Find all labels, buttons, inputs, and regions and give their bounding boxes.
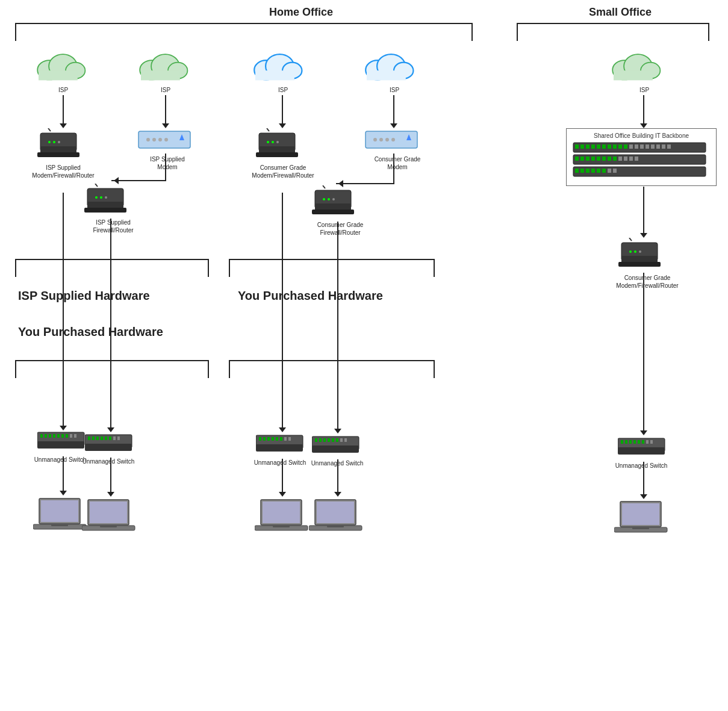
svg-point-164 (639, 250, 641, 253)
svg-line-158 (629, 238, 632, 241)
arrowhead (390, 123, 397, 128)
arrow-v (110, 219, 111, 429)
arrow-v (337, 222, 338, 430)
small-office-label: Small Office (536, 6, 705, 19)
svg-rect-152 (586, 169, 590, 173)
laptop-4 (309, 497, 363, 536)
svg-rect-131 (646, 144, 649, 149)
svg-rect-25 (51, 524, 68, 526)
arrow-v (643, 462, 644, 496)
svg-rect-13 (40, 434, 43, 438)
svg-rect-122 (597, 144, 600, 149)
device-router-1 (37, 128, 86, 161)
svg-rect-123 (602, 144, 606, 149)
svg-rect-60 (255, 70, 294, 80)
arrow-v (643, 187, 644, 235)
svg-line-61 (267, 128, 269, 131)
svg-rect-7 (37, 152, 79, 157)
svg-rect-129 (635, 144, 638, 149)
bracket-bottom (15, 259, 208, 260)
svg-line-36 (95, 184, 98, 187)
network-diagram: Home Office Small Office ISP (0, 0, 728, 711)
svg-point-9 (53, 141, 55, 143)
arrow-v (643, 273, 644, 432)
svg-rect-12 (37, 441, 84, 449)
svg-point-88 (379, 138, 383, 141)
svg-rect-153 (591, 169, 595, 173)
modem-2 (137, 128, 191, 154)
arrow-v (282, 95, 283, 125)
svg-point-89 (385, 138, 389, 141)
arrow-v (393, 95, 394, 125)
device-label-5: Consumer GradeModem/Firewall/Router (605, 274, 689, 290)
arrowhead (334, 429, 341, 433)
svg-rect-50 (109, 436, 111, 440)
svg-rect-76 (284, 437, 287, 441)
cloud-3 (250, 45, 304, 81)
svg-rect-49 (105, 436, 107, 440)
sect2-b (229, 360, 434, 361)
bracket-br (208, 259, 209, 277)
svg-rect-46 (92, 436, 95, 440)
svg-rect-161 (618, 262, 661, 267)
svg-rect-107 (340, 438, 343, 442)
svg-rect-47 (96, 436, 99, 440)
device-label-4a: Consumer GradeModem (367, 155, 428, 171)
svg-rect-141 (597, 157, 600, 161)
you-purchased-right-label: You Purchased Hardware (238, 289, 383, 303)
svg-point-98 (332, 198, 335, 200)
isp-label-5: ISP (632, 86, 656, 94)
svg-point-42 (105, 196, 107, 199)
arrow-v (282, 193, 283, 429)
svg-rect-70 (259, 437, 261, 441)
switch-3 (256, 432, 304, 456)
svg-rect-100 (312, 446, 359, 453)
svg-rect-75 (280, 437, 282, 441)
svg-rect-105 (332, 438, 334, 442)
svg-point-97 (328, 198, 330, 200)
laptop-3 (255, 497, 309, 536)
laptop-2 (82, 497, 136, 536)
home-office-label: Home Office (120, 6, 482, 19)
svg-rect-147 (629, 157, 633, 161)
svg-rect-154 (597, 169, 600, 173)
svg-rect-150 (575, 169, 579, 173)
bracket2-br (434, 259, 435, 277)
svg-rect-17 (57, 434, 60, 438)
svg-line-4 (48, 128, 51, 131)
arrow-v (110, 458, 111, 494)
switch-label-2: Unmanaged Switch (81, 458, 135, 465)
cloud-2 (135, 45, 190, 81)
svg-rect-48 (101, 436, 103, 440)
router-3 (256, 128, 304, 161)
sect-br-r (208, 360, 209, 378)
svg-rect-79 (263, 501, 300, 523)
bracket2-bl (229, 259, 230, 277)
switch-label-5: Unmanaged Switch (614, 462, 668, 470)
svg-rect-132 (651, 144, 655, 149)
svg-point-31 (146, 138, 150, 141)
arrowhead (60, 123, 67, 128)
bracket-line (471, 23, 473, 41)
svg-rect-148 (635, 157, 638, 161)
svg-rect-120 (586, 144, 590, 149)
svg-rect-108 (344, 438, 347, 442)
svg-point-34 (164, 138, 168, 141)
switch-label-1: Unmanaged Switch (33, 456, 87, 464)
svg-rect-167 (621, 440, 623, 444)
svg-rect-69 (256, 444, 303, 452)
sect2-br-l (229, 360, 230, 378)
cloud-4 (361, 45, 415, 81)
svg-rect-52 (117, 436, 120, 440)
arrowhead (279, 123, 286, 128)
svg-rect-15 (49, 434, 51, 438)
svg-rect-119 (580, 144, 584, 149)
svg-rect-116 (614, 70, 653, 80)
device-label-2b: ISP SuppliedFirewall/Router (77, 219, 149, 234)
laptop-1 (33, 495, 87, 535)
svg-rect-112 (327, 526, 344, 527)
svg-rect-137 (575, 157, 579, 161)
svg-rect-155 (602, 169, 606, 173)
svg-rect-139 (586, 157, 590, 161)
svg-rect-151 (580, 169, 584, 173)
